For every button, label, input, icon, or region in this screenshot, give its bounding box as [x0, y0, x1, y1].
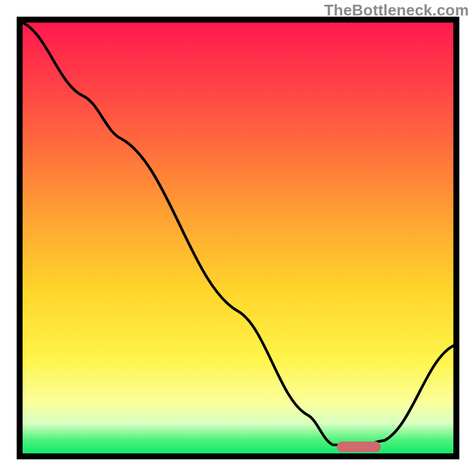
watermark-text: TheBottleneck.com	[324, 1, 469, 20]
bottleneck-curve	[23, 23, 453, 453]
optimal-range-marker	[337, 441, 381, 452]
plot-frame	[17, 17, 459, 459]
chart-container: TheBottleneck.com	[0, 0, 476, 476]
